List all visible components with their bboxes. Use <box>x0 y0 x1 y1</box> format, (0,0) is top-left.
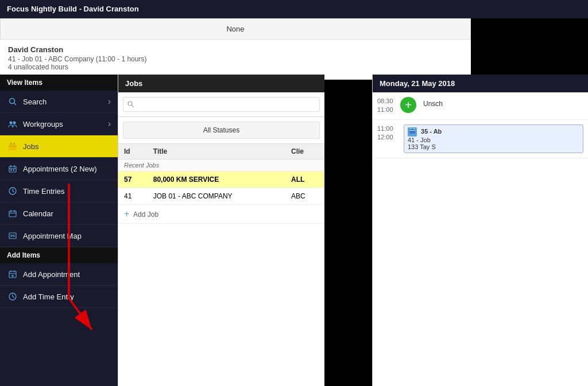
job-card-detail2: 133 Tay S <box>408 143 579 150</box>
unscheduled-content: Unsch <box>423 97 583 108</box>
sidebar-jobs-label: Jobs <box>23 142 111 151</box>
add-time-entry-icon <box>7 291 18 302</box>
recent-jobs-group-label: Recent Jobs <box>118 159 324 171</box>
sidebar-appointment-map-label: Appointment Map <box>23 232 111 240</box>
jobs-table: Id Title Clie Recent Jobs 57 80,000 KM S… <box>118 144 324 224</box>
slot-time-0830: 08:30 11:00 <box>377 97 400 115</box>
job-title-57: 80,000 KM SERVICE <box>148 171 285 188</box>
job-title-41: JOB 01 - ABC COMPANY <box>148 188 285 205</box>
svg-point-31 <box>128 102 132 106</box>
col-id-header: Id <box>118 144 148 159</box>
sidebar-item-jobs[interactable]: Jobs <box>0 135 118 158</box>
person-name: David Cranston <box>8 45 463 54</box>
svg-rect-13 <box>13 169 15 171</box>
sidebar-item-add-time-entry[interactable]: Add Time Entry <box>0 286 118 308</box>
add-unscheduled-button[interactable]: + <box>400 97 416 113</box>
slot-time-1100: 11:00 12:00 <box>377 124 400 142</box>
calendar-icon <box>7 208 18 219</box>
jobs-icon <box>7 141 18 152</box>
sidebar-appointments-label: Appointments (2 New) <box>23 165 111 173</box>
add-appointment-icon <box>7 268 18 280</box>
top-panel: None David Cranston 41 - Job 01 - ABC Co… <box>0 18 471 80</box>
job-card[interactable]: 35 - Ab 41 - Job 133 Tay S <box>404 124 583 153</box>
col-title-header: Title <box>148 144 285 159</box>
sidebar-workgroups-label: Workgroups <box>23 120 108 128</box>
svg-line-30 <box>13 297 14 298</box>
sidebar-calendar-label: Calendar <box>23 209 111 218</box>
sidebar-item-workgroups[interactable]: Workgroups › <box>0 113 118 135</box>
svg-point-2 <box>10 122 13 124</box>
svg-rect-6 <box>13 143 15 145</box>
add-job-label: Add Job <box>133 210 158 219</box>
svg-rect-12 <box>10 169 12 171</box>
sidebar-item-appointments[interactable]: Appointments (2 New) <box>0 158 118 180</box>
svg-point-3 <box>13 122 16 124</box>
svg-point-0 <box>10 99 15 104</box>
jobs-panel-header: Jobs <box>118 75 324 92</box>
svg-rect-4 <box>9 145 17 150</box>
table-row[interactable]: 41 JOB 01 - ABC COMPANY ABC <box>118 188 324 205</box>
jobs-search-icon <box>127 101 134 108</box>
workgroups-arrow: › <box>108 119 111 129</box>
person-detail-2: 4 unallocated hours <box>8 63 463 71</box>
calendar-header: Monday, 21 May 2018 <box>373 75 588 92</box>
jobs-panel: Jobs All Statuses Id <box>118 75 324 386</box>
job-client-41: ABC <box>285 188 324 205</box>
job-id-41: 41 <box>118 188 148 205</box>
appointment-map-icon <box>7 230 18 241</box>
job-card-title: 35 - Ab <box>421 128 442 135</box>
sidebar-item-time-entries[interactable]: Time Entries <box>0 180 118 202</box>
workgroups-icon <box>7 118 18 130</box>
all-statuses-button[interactable]: All Statuses <box>123 122 320 139</box>
jobs-filter-area: All Statuses <box>118 117 324 144</box>
title-bar: Focus Nightly Build - David Cranston <box>0 0 588 18</box>
svg-line-1 <box>14 103 17 106</box>
add-job-icon: + <box>124 209 129 219</box>
sidebar-item-appointment-map[interactable]: Appointment Map <box>0 225 118 247</box>
svg-rect-33 <box>409 129 415 134</box>
jobs-search-input[interactable] <box>123 97 320 112</box>
sidebar-item-search[interactable]: Search › <box>0 91 118 113</box>
add-job-row[interactable]: + Add Job <box>118 205 324 224</box>
add-time-entry-label: Add Time Entry <box>23 293 111 301</box>
appointments-icon <box>7 163 18 174</box>
jobs-search-box <box>118 92 324 117</box>
add-items-header: Add Items <box>0 247 118 263</box>
sidebar-item-add-appointment[interactable]: Add Appointment <box>0 263 118 286</box>
view-items-header: View Items <box>0 75 118 91</box>
job-slot-content[interactable]: 35 - Ab 41 - Job 133 Tay S <box>404 124 583 153</box>
left-sidebar: View Items Search › Workg <box>0 75 118 386</box>
sidebar-search-label: Search <box>23 98 108 106</box>
svg-line-16 <box>13 191 14 192</box>
calendar-slot-0830: 08:30 11:00 + Unsch <box>373 92 588 120</box>
search-arrow: › <box>108 96 111 107</box>
sidebar-time-entries-label: Time Entries <box>23 187 111 196</box>
svg-line-32 <box>132 105 134 107</box>
calendar-slot-1100: 11:00 12:00 35 - Ab 41 - Job 13 <box>373 120 588 158</box>
calendar-panel: Monday, 21 May 2018 08:30 11:00 + Unsch … <box>372 75 588 386</box>
svg-rect-17 <box>9 211 16 217</box>
job-id-57: 57 <box>118 171 148 188</box>
job-card-icon <box>408 127 417 137</box>
svg-rect-5 <box>10 143 12 145</box>
unscheduled-label: Unsch <box>423 97 583 108</box>
none-button[interactable]: None <box>0 18 471 40</box>
add-appointment-label: Add Appointment <box>23 270 111 279</box>
title-bar-text: Focus Nightly Build - David Cranston <box>7 5 139 13</box>
job-client-57: ALL <box>285 171 324 188</box>
search-icon <box>7 96 18 107</box>
person-detail-1: 41 - Job 01 - ABC Company (11:00 - 1 hou… <box>8 55 463 63</box>
time-entries-icon <box>7 185 18 197</box>
svg-rect-8 <box>9 166 16 172</box>
table-row[interactable]: 57 80,000 KM SERVICE ALL <box>118 171 324 188</box>
sidebar-item-calendar[interactable]: Calendar <box>0 202 118 225</box>
job-card-detail1: 41 - Job <box>408 137 579 143</box>
col-client-header: Clie <box>285 144 324 159</box>
